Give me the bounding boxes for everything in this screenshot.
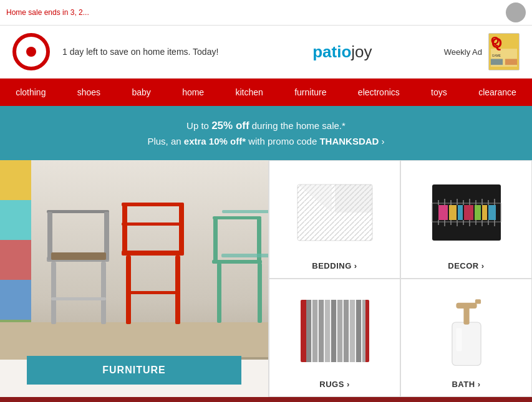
header-right: Weekly Ad Q GAME [444,33,520,70]
svg-rect-78 [475,299,480,304]
bottom-promo-bar[interactable]: Save up to 20% off on patio perfection.*… [0,397,532,402]
svg-rect-38 [458,205,463,220]
svg-rect-39 [464,205,473,220]
svg-rect-36 [438,205,448,220]
svg-rect-27 [217,263,221,323]
promo-line2: Plus, an extra 10% off* with promo code … [12,134,520,149]
svg-rect-71 [344,300,349,362]
promo-arrow: › [379,136,384,146]
svg-rect-73 [356,300,361,362]
svg-rect-28 [258,263,262,323]
top-bar: Home sale ends in 3, 2... [0,0,532,26]
nav-item-clearance[interactable]: clearance [471,81,524,103]
furniture-panel: FURNITURE [0,160,268,397]
svg-rect-4 [491,59,503,65]
svg-rect-72 [350,300,355,362]
svg-rect-77 [456,302,476,308]
decor-image [407,169,525,256]
nav-item-toys[interactable]: toys [423,81,455,103]
svg-rect-22 [126,291,180,294]
promo-extra: extra 10% off* [184,136,246,146]
header: 1 day left to save on home items. Today!… [0,26,532,79]
svg-rect-13 [51,297,106,300]
svg-text:GAME: GAME [492,54,501,57]
svg-rect-41 [482,205,487,220]
svg-rect-30 [222,210,268,213]
furniture-button-wrap: FURNITURE [27,356,241,385]
brand-part2: joy [351,42,372,61]
bath-label: BATH › [452,380,480,389]
nav-item-furniture[interactable]: furniture [287,81,334,103]
nav-item-baby[interactable]: baby [124,81,158,103]
svg-rect-19 [122,223,184,226]
promo-banner[interactable]: Up to 25% off during the home sale.* Plu… [0,106,532,160]
svg-rect-16 [122,204,127,254]
rugs-label: RUGS › [319,380,350,389]
promo-line1: Up to 25% off during the home sale.* [12,117,520,134]
svg-text:Q: Q [491,34,499,47]
decor-label: DECOR › [448,261,484,270]
svg-rect-29 [221,254,268,257]
furniture-scene [0,160,268,360]
svg-rect-5 [505,59,517,65]
weekly-ad-label[interactable]: Weekly Ad [444,47,482,57]
svg-rect-68 [325,300,330,362]
svg-rect-37 [449,205,457,220]
nav-item-clothing[interactable]: clothing [8,81,53,103]
svg-rect-8 [47,210,109,213]
svg-rect-74 [362,300,365,362]
svg-rect-11 [51,262,56,324]
product-cell-bath[interactable]: BATH › [400,279,532,397]
header-tagline: 1 day left to save on home items. Today! [62,47,241,57]
product-grid: BEDDING › [268,160,532,397]
user-avatar[interactable] [506,2,526,22]
svg-rect-18 [122,203,184,206]
product-cell-decor[interactable]: DECOR › [400,160,532,279]
nav-item-kitchen[interactable]: kitchen [228,81,270,103]
chairs-svg [0,160,268,360]
svg-rect-79 [456,328,462,351]
svg-rect-66 [312,300,317,362]
main-nav: clothing shoes baby home kitchen furnitu… [0,79,532,106]
svg-rect-20 [126,256,131,324]
svg-rect-70 [337,300,342,362]
bedding-label: BEDDING › [312,261,357,270]
main-grid: FURNITURE [0,160,532,397]
svg-rect-25 [213,218,218,263]
svg-rect-15 [122,251,184,256]
rugs-image [276,287,394,375]
svg-rect-76 [463,306,469,325]
brand-logo[interactable]: patiojoy [253,42,432,62]
bedding-image [276,169,394,256]
svg-rect-40 [475,205,481,220]
promo-suffix: during the home sale.* [249,120,346,131]
svg-rect-12 [101,262,106,324]
sale-countdown: Home sale ends in 3, 2... [6,8,89,17]
product-cell-rugs[interactable]: RUGS › [269,279,400,397]
nav-item-shoes[interactable]: shoes [70,81,108,103]
promo-with: with promo code [246,136,319,146]
promo-code: THANKSDAD [319,136,379,146]
promo-prefix: Up to [186,120,211,131]
weekly-ad-thumbnail[interactable]: Q GAME [488,33,520,70]
furniture-button[interactable]: FURNITURE [27,356,241,385]
brand-part1: patio [312,42,351,61]
svg-rect-67 [319,300,324,362]
svg-rect-17 [179,204,184,254]
svg-rect-24 [213,216,261,219]
promo-highlight: 25% off [211,120,249,132]
svg-rect-42 [488,205,496,220]
target-logo[interactable] [12,33,50,70]
nav-item-home[interactable]: home [175,81,211,103]
promo-plus-prefix: Plus, an [147,136,183,146]
svg-rect-69 [331,300,336,362]
svg-rect-14 [51,252,106,260]
product-cell-bedding[interactable]: BEDDING › [269,160,400,279]
svg-rect-6 [0,322,268,360]
bath-image [407,287,525,375]
svg-rect-65 [306,300,311,362]
svg-rect-21 [175,256,180,324]
nav-item-electronics[interactable]: electronics [351,81,407,103]
